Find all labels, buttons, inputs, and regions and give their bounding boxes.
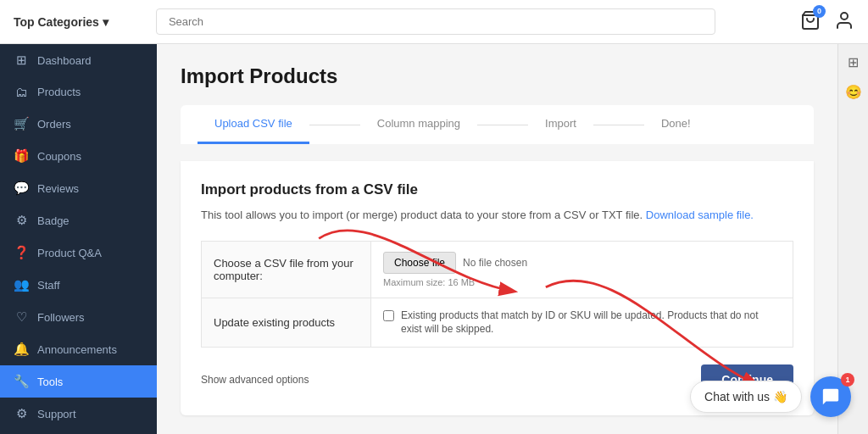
sidebar-item-staff[interactable]: 👥 Staff [0,269,157,301]
user-icon[interactable] [834,10,854,34]
topbar-icons: 0 [800,10,854,34]
topbar: Top Categories ▾ 0 [0,0,868,44]
search-container [156,8,715,35]
chat-badge: 1 [841,373,854,387]
chat-button[interactable]: 1 [810,376,851,417]
stepper: Upload CSV file Column mapping Import Do… [181,105,814,144]
orders-icon: 🛒 [14,116,29,131]
dashboard-icon: ⊞ [14,53,29,68]
step-import[interactable]: Import [528,105,593,144]
chat-label: Chat with us 👋 [690,381,802,413]
cart-icon[interactable]: 0 [800,10,821,34]
reviews-icon: 💬 [14,181,29,196]
products-icon: 🗂 [14,85,29,99]
sidebar-item-settings[interactable]: ⚙ Settings ▶ [0,430,157,434]
sidebar-item-label: Products [37,86,81,98]
tools-icon: 🔧 [14,374,29,389]
update-description: Existing products that match by ID or SK… [401,309,781,337]
sidebar-item-label: Orders [37,118,71,131]
step-upload[interactable]: Upload CSV file [198,105,309,144]
sidebar-item-label: Support [37,408,76,420]
sidebar-item-label: Coupons [37,150,81,163]
grid-icon[interactable]: ⊞ [848,54,859,70]
choose-file-button[interactable]: Choose file [383,252,456,274]
show-advanced-link[interactable]: Show advanced options [201,374,309,386]
step-divider-1 [309,125,360,125]
update-input-cell: Existing products that match by ID or SK… [371,298,793,348]
step-done[interactable]: Done! [644,105,708,144]
sidebar-item-product-qa[interactable]: ❓ Product Q&A [0,236,157,269]
sidebar-item-tools[interactable]: 🔧 Tools [0,365,157,398]
sidebar-item-coupons[interactable]: 🎁 Coupons [0,140,157,172]
coupons-icon: 🎁 [14,148,29,164]
import-description: This tool allows you to import (or merge… [201,207,793,224]
no-file-text: No file chosen [463,257,527,269]
sidebar-item-label: Staff [37,279,60,292]
sidebar-item-reviews[interactable]: 💬 Reviews [0,172,157,204]
table-row-file: Choose a CSV file from your computer: Ch… [202,241,793,298]
sidebar-item-announcements[interactable]: 🔔 Announcements [0,333,157,365]
chat-widget: Chat with us 👋 1 [690,376,851,417]
sidebar-item-support[interactable]: ⚙ Support [0,398,157,430]
sidebar-item-label: Badge [37,214,70,227]
sidebar-item-label: Tools [37,376,63,388]
file-input-row: Choose file No file chosen [383,252,781,274]
step-divider-3 [593,125,644,125]
sidebar-item-label: Dashboard [37,54,92,67]
sidebar-item-badge[interactable]: ⚙ Badge [0,204,157,236]
sidebar-item-products[interactable]: 🗂 Products [0,76,157,108]
import-card-title: Import products from a CSV file [201,181,793,198]
cart-badge: 0 [813,5,826,18]
checkbox-row: Existing products that match by ID or SK… [383,309,781,337]
sidebar: ⊞ Dashboard 🗂 Products 🛒 Orders 🎁 Coupon… [0,44,157,434]
update-label-cell: Update existing products [202,298,371,348]
brand-label[interactable]: Top Categories ▾ [14,15,108,29]
sidebar-item-label: Announcements [37,343,117,356]
followers-icon: ♡ [14,309,29,325]
sidebar-item-label: Product Q&A [37,247,102,259]
qa-icon: ❓ [14,245,29,260]
sidebar-item-label: Reviews [37,182,79,195]
main-content: Import Products Upload CSV file Column m… [157,44,837,434]
page-title: Import Products [181,64,814,88]
table-row-update: Update existing products Existing produc… [202,298,793,348]
staff-icon: 👥 [14,277,29,292]
sidebar-item-orders[interactable]: 🛒 Orders [0,108,157,140]
file-label-cell: Choose a CSV file from your computer: [202,241,371,298]
file-input-cell: Choose file No file chosen Maximum size:… [371,241,793,298]
import-table: Choose a CSV file from your computer: Ch… [201,241,793,348]
support-icon: ⚙ [14,406,29,421]
download-sample-link[interactable]: Download sample file. [646,209,754,221]
announcements-icon: 🔔 [14,342,29,357]
step-mapping[interactable]: Column mapping [360,105,477,144]
update-checkbox[interactable] [383,310,394,321]
step-divider-2 [477,125,528,125]
max-size-text: Maximum size: 16 MB [383,277,781,287]
sidebar-item-dashboard[interactable]: ⊞ Dashboard [0,44,157,76]
emoji-icon[interactable]: 😊 [845,84,862,100]
sidebar-item-label: Followers [37,311,85,324]
sidebar-item-followers[interactable]: ♡ Followers [0,301,157,333]
svg-point-1 [841,13,848,19]
search-input[interactable] [156,8,715,35]
badge-icon: ⚙ [14,213,29,228]
